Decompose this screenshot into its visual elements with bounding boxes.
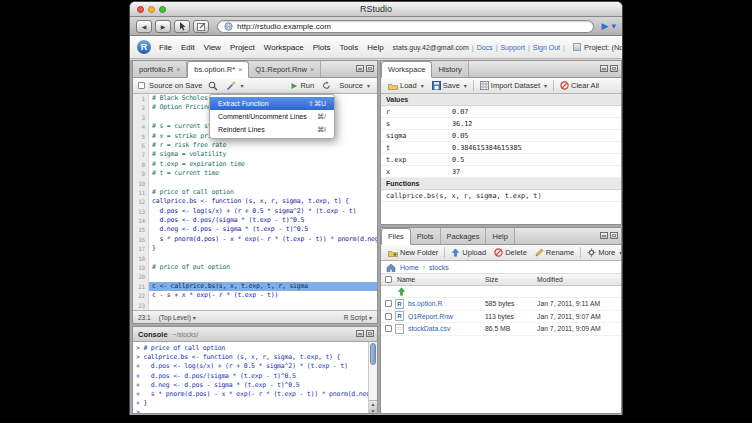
rerun-icon[interactable] bbox=[320, 81, 333, 90]
editor-line[interactable]: 16 s * pnorm(d.pos) - x * exp(- r * (t.e… bbox=[133, 235, 377, 244]
file-row[interactable]: RQ1Report.Rnw113 bytesJan 7, 2011, 9:07 … bbox=[381, 311, 621, 324]
browser-back-button[interactable]: ◀ bbox=[136, 20, 152, 33]
file-row[interactable]: Rbs.option.R585 bytesJan 7, 2011, 9:11 A… bbox=[381, 298, 621, 311]
clear-all-button[interactable]: Clear All bbox=[558, 81, 601, 90]
source-button[interactable]: Source bbox=[337, 81, 372, 90]
project-selector[interactable]: Project: (None) bbox=[573, 43, 623, 52]
docs-link[interactable]: Docs bbox=[477, 44, 493, 51]
minimize-pane-icon[interactable] bbox=[600, 232, 608, 239]
maximize-pane-icon[interactable] bbox=[366, 65, 374, 72]
editor-line[interactable]: 20 bbox=[133, 272, 377, 281]
minimize-window-button[interactable] bbox=[148, 6, 155, 13]
editor-line[interactable]: 7# sigma = volatility bbox=[133, 150, 377, 159]
breadcrumb-stocks[interactable]: stocks bbox=[429, 264, 449, 271]
menu-project[interactable]: Project bbox=[230, 43, 255, 52]
scrollbar-arrows[interactable]: ▲▼ bbox=[369, 400, 377, 413]
column-modified[interactable]: Modified bbox=[537, 276, 617, 283]
source-on-save-checkbox[interactable] bbox=[138, 82, 145, 89]
menu-plots[interactable]: Plots bbox=[313, 43, 331, 52]
scrollbar-thumb[interactable] bbox=[370, 343, 376, 365]
editor-line[interactable]: 12callprice.bs <- function (s, x, r, sig… bbox=[133, 197, 377, 206]
minimize-pane-icon[interactable] bbox=[356, 330, 364, 337]
maximize-pane-icon[interactable] bbox=[610, 232, 618, 239]
window-titlebar[interactable]: RStudio bbox=[130, 2, 622, 17]
tab-q1-report[interactable]: Q1.Report.Rnw × bbox=[249, 61, 321, 77]
file-checkbox[interactable] bbox=[385, 313, 392, 320]
zoom-window-button[interactable] bbox=[159, 6, 166, 13]
file-checkbox[interactable] bbox=[385, 325, 392, 332]
compose-icon[interactable] bbox=[193, 20, 209, 33]
console-scrollbar[interactable]: ▲▼ bbox=[368, 342, 377, 413]
run-button[interactable]: Run bbox=[288, 81, 316, 90]
editor-line[interactable]: 13 d.pos <- log(s/x) + (r + 0.5 * sigma^… bbox=[133, 207, 377, 216]
upload-button[interactable]: Upload bbox=[449, 248, 488, 257]
menu-workspace[interactable]: Workspace bbox=[264, 43, 304, 52]
browser-forward-button[interactable]: ▶ bbox=[155, 20, 171, 33]
tab-files[interactable]: Files bbox=[381, 228, 411, 245]
file-link[interactable]: stockData.csv bbox=[408, 325, 485, 332]
workspace-value-row[interactable]: t.exp0.5 bbox=[381, 154, 621, 166]
doc-type-selector[interactable]: R Script bbox=[344, 314, 372, 321]
find-replace-icon[interactable] bbox=[206, 81, 220, 91]
menu-help[interactable]: Help bbox=[367, 43, 383, 52]
editor-line[interactable]: 18 bbox=[133, 254, 377, 263]
workspace-value-row[interactable]: x37 bbox=[381, 166, 621, 178]
home-icon[interactable] bbox=[386, 263, 396, 272]
menu-tools[interactable]: Tools bbox=[339, 43, 358, 52]
console-output[interactable]: > # price of call option> callprice.bs <… bbox=[133, 342, 368, 413]
editor-line[interactable]: 14 d.pos <- d.pos/(sigma * (t.exp - t)^0… bbox=[133, 216, 377, 225]
play-icon[interactable]: ▶ bbox=[602, 20, 609, 33]
support-link[interactable]: Support bbox=[500, 44, 525, 51]
menu-item[interactable]: Reindent Lines⌘I bbox=[210, 123, 334, 136]
delete-button[interactable]: Delete bbox=[492, 248, 529, 257]
editor-line[interactable]: 15 d.neg <- d.pos - sigma * (t.exp - t)^… bbox=[133, 225, 377, 234]
column-size[interactable]: Size bbox=[485, 276, 537, 283]
editor-line[interactable]: 21c <- callprice.bs(s, x, t.exp, t, r, s… bbox=[133, 282, 377, 291]
close-icon[interactable]: × bbox=[176, 66, 180, 73]
file-link[interactable]: bs.option.R bbox=[408, 300, 485, 307]
maximize-pane-icon[interactable] bbox=[610, 65, 618, 72]
tab-bs-option[interactable]: bs.option.R* × bbox=[187, 61, 249, 78]
code-tools-icon[interactable] bbox=[224, 81, 245, 91]
up-directory-icon[interactable] bbox=[397, 287, 406, 296]
workspace-value-row[interactable]: s36.12 bbox=[381, 118, 621, 130]
minimize-pane-icon[interactable] bbox=[356, 65, 364, 72]
column-name[interactable]: Name bbox=[397, 276, 485, 283]
more-button[interactable]: More bbox=[585, 248, 622, 257]
menu-edit[interactable]: Edit bbox=[181, 43, 195, 52]
workspace-function-row[interactable]: callprice.bs(s, x, r, sigma, t.exp, t) bbox=[381, 190, 621, 202]
file-checkbox[interactable] bbox=[385, 300, 392, 307]
file-row[interactable]: stockData.csv86.5 MBJan 7, 2011, 9:09 AM bbox=[381, 323, 621, 336]
file-link[interactable]: Q1Report.Rnw bbox=[408, 313, 485, 320]
close-window-button[interactable] bbox=[137, 6, 144, 13]
tab-help[interactable]: Help bbox=[486, 228, 514, 244]
close-icon[interactable]: × bbox=[310, 66, 314, 73]
load-button[interactable]: Load bbox=[386, 81, 426, 90]
tab-workspace[interactable]: Workspace bbox=[381, 61, 432, 78]
parent-directory-row[interactable] bbox=[381, 286, 621, 298]
editor-line[interactable]: 9# t = current time bbox=[133, 169, 377, 178]
editor-line[interactable]: 8# t.exp = expiration time bbox=[133, 160, 377, 169]
editor-line[interactable]: 19# price of put option bbox=[133, 263, 377, 272]
editor-line[interactable]: 23 bbox=[133, 301, 377, 310]
select-all-checkbox[interactable] bbox=[385, 276, 392, 283]
workspace-value-row[interactable]: t0.384615384615385 bbox=[381, 142, 621, 154]
tab-history[interactable]: History bbox=[432, 61, 468, 77]
sign-out-link[interactable]: Sign Out bbox=[533, 44, 560, 51]
scope-selector[interactable]: (Top Level) bbox=[159, 314, 196, 321]
maximize-pane-icon[interactable] bbox=[366, 330, 374, 337]
workspace-value-row[interactable]: sigma0.05 bbox=[381, 130, 621, 142]
menu-item[interactable]: Extract Function⇧⌘U bbox=[210, 97, 334, 110]
editor-line[interactable]: 10 bbox=[133, 179, 377, 188]
dropdown-icon[interactable]: ▾ bbox=[611, 20, 616, 33]
editor-line[interactable]: 17} bbox=[133, 244, 377, 253]
editor-line[interactable]: 6# r = risk free rate bbox=[133, 141, 377, 150]
save-button[interactable]: Save bbox=[430, 81, 469, 90]
url-bar[interactable]: http://rstudio.example.com bbox=[217, 20, 594, 33]
tab-packages[interactable]: Packages bbox=[441, 228, 487, 244]
new-folder-button[interactable]: New Folder bbox=[386, 248, 440, 257]
rename-button[interactable]: Rename bbox=[533, 248, 576, 257]
editor-line[interactable]: 11# price of call option bbox=[133, 188, 377, 197]
menu-view[interactable]: View bbox=[204, 43, 221, 52]
tab-plots[interactable]: Plots bbox=[411, 228, 441, 244]
